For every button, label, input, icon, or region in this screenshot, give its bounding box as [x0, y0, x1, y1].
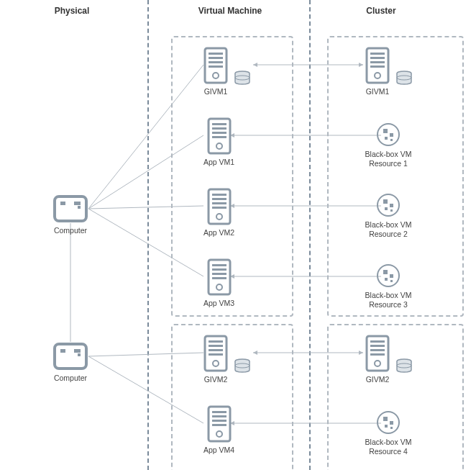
server-icon: [207, 117, 232, 155]
cl-givm2-label: GIVM2: [365, 375, 390, 384]
server-icon: [365, 47, 390, 84]
vm-givm1-label: GIVM1: [203, 87, 228, 96]
disks-icon: [395, 358, 413, 374]
vm-app3-label: App VM3: [203, 299, 234, 308]
server-icon: [203, 47, 228, 84]
server-icon: [207, 258, 232, 296]
computer-icon: [52, 194, 88, 223]
blackbox-icon: [376, 263, 401, 288]
vm-app4-label: App VM4: [203, 446, 234, 455]
cl-bbvm3-label: Black-box VMResource 3: [356, 291, 421, 309]
disks-icon: [234, 71, 251, 86]
blackbox-icon: [376, 193, 401, 217]
cl-bbvm4: Black-box VMResource 4: [356, 410, 421, 456]
vm-givm1: GIVM1: [203, 47, 228, 96]
disks-icon: [395, 71, 413, 86]
cl-bbvm3: Black-box VMResource 3: [356, 263, 421, 309]
header-physical: Physical: [43, 6, 101, 16]
cl-bbvm1: Black-box VMResource 1: [356, 122, 421, 168]
server-icon: [365, 335, 390, 372]
server-icon: [207, 405, 232, 443]
computer-1: Computer: [52, 194, 88, 235]
computer-2-label: Computer: [52, 374, 88, 383]
server-icon: [203, 335, 228, 372]
blackbox-icon: [376, 122, 401, 147]
server-icon: [207, 188, 232, 225]
header-cluster: Cluster: [352, 6, 410, 16]
computer-1-label: Computer: [52, 226, 88, 235]
computer-icon: [52, 342, 88, 371]
cl-givm1: GIVM1: [365, 47, 390, 96]
vm-app2: App VM2: [203, 188, 234, 238]
cl-bbvm4-label: Black-box VMResource 4: [356, 438, 421, 456]
cl-givm2: GIVM2: [365, 335, 390, 384]
vm-app3: App VM3: [203, 258, 234, 308]
header-vm: Virtual Machine: [187, 6, 273, 16]
computer-2: Computer: [52, 342, 88, 383]
vm-app1-label: App VM1: [203, 158, 234, 167]
cl-givm1-label: GIVM1: [365, 87, 390, 96]
blackbox-icon: [376, 410, 401, 435]
disks-icon: [234, 358, 251, 374]
divider-2: [309, 0, 311, 470]
cl-bbvm2: Black-box VMResource 2: [356, 193, 421, 238]
vm-givm2: GIVM2: [203, 335, 228, 384]
cl-bbvm2-label: Black-box VMResource 2: [356, 220, 421, 238]
vm-app4: App VM4: [203, 405, 234, 455]
vm-app2-label: App VM2: [203, 228, 234, 238]
vm-givm2-label: GIVM2: [203, 375, 228, 384]
vm-app1: App VM1: [203, 117, 234, 167]
divider-1: [147, 0, 149, 470]
cl-bbvm1-label: Black-box VMResource 1: [356, 150, 421, 168]
